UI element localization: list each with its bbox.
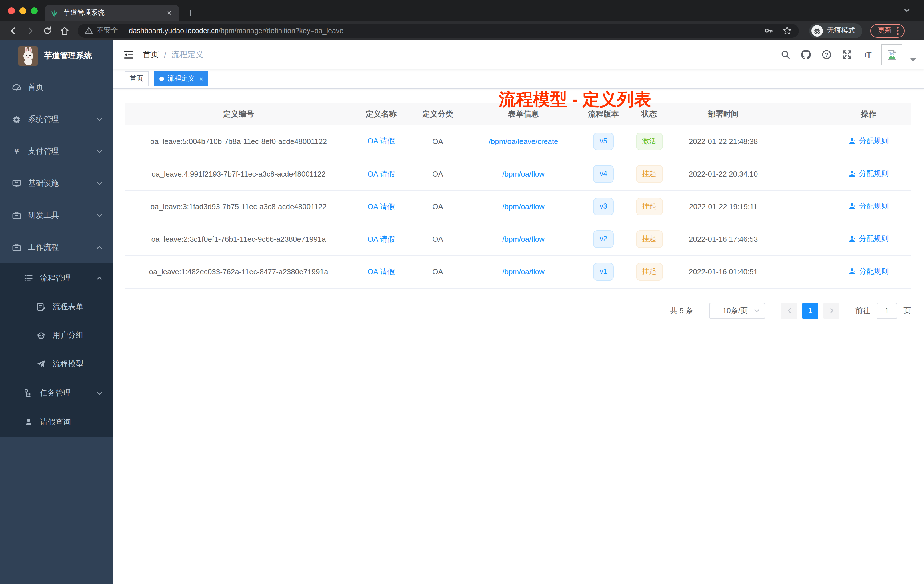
status-badge: 挂起 [636,263,663,280]
deploy-time-cell: 2022-01-16 01:40:51 [673,256,826,288]
table-row: oa_leave:2:3c1f0ef1-76b1-11ec-9c66-a2380… [125,223,911,256]
breadcrumb-home[interactable]: 首页 [143,49,159,60]
browser-toolbar: 不安全 dashboard.yudao.iocoder.cn /bpm/mana… [0,21,924,40]
navbar-actions: ? TT [778,44,924,65]
app-title: 芋道管理系统 [44,51,92,61]
address-bar[interactable]: 不安全 dashboard.yudao.iocoder.cn /bpm/mana… [78,24,799,38]
sidebar-item-11[interactable]: 任务管理 [0,378,113,407]
form-info-link[interactable]: /bpm/oa/flow [502,235,544,243]
prev-page-button[interactable] [781,303,797,318]
table-row: oa_leave:3:1fad3d93-7b75-11ec-a3c8-acde4… [125,190,911,223]
status-badge: 挂起 [636,165,663,183]
broken-image-icon [886,49,898,60]
tag-label: 流程定义 [167,74,195,83]
search-icon[interactable] [778,48,792,61]
sidebar-item-label: 请假查询 [40,417,113,427]
sidebar: 芋道管理系统 首页 系统管理¥ 支付管理 基础设施 研发工具 工作流程 流程管理… [0,40,113,584]
sidebar-item-2[interactable]: 系统管理 [0,104,113,135]
actions-cell: 分配规则 [826,256,911,288]
table-row: oa_leave:5:004b710b-7b8a-11ec-8ef0-acde4… [125,125,911,158]
definition-name-link[interactable]: OA 请假 [368,202,394,211]
fullscreen-icon[interactable] [840,48,854,61]
paper-plane-icon [36,360,46,369]
sidebar-item-7[interactable]: 流程管理 [0,264,113,292]
goto-page-input[interactable]: 1 [876,303,897,318]
tab-search-chevron-icon[interactable] [902,6,911,15]
definition-category-cell: OA [410,256,466,288]
home-icon[interactable] [57,23,72,38]
definition-name-link[interactable]: OA 请假 [368,234,394,243]
tag-1[interactable]: 首页 [125,71,148,86]
sidebar-logo[interactable]: 芋道管理系统 [0,40,113,71]
avatar[interactable] [881,44,902,65]
back-icon[interactable] [6,23,21,38]
update-label: 更新 [878,26,892,35]
chevron-down-icon [96,148,103,155]
svg-text:?: ? [825,52,828,58]
form-info-link[interactable]: /bpm/oa/flow [502,202,544,211]
definition-category-cell: OA [410,223,466,256]
sidebar-item-12[interactable]: 请假查询 [0,407,113,437]
new-tab-button[interactable]: + [187,7,194,18]
toolbox-icon [12,211,21,220]
not-secure-warning-icon [84,26,93,35]
main-area: 流程模型 - 定义列表 首页 / 流程定义 ? TT 首 [113,40,924,584]
tag-2[interactable]: 流程定义× [154,71,208,86]
reload-icon[interactable] [40,23,55,38]
definition-id-cell: oa_leave:5:004b710b-7b8a-11ec-8ef0-acde4… [125,125,353,158]
browser-menu-dots-icon[interactable] [897,26,899,35]
screen: 芋道管理系统 × + 不安全 dashboard.yudao.iocoder.c… [0,0,924,584]
sidebar-item-10[interactable]: 流程模型 [0,350,113,378]
page-size-select[interactable]: 10条/页 [709,303,765,318]
version-badge: v5 [594,133,614,150]
sidebar-item-1[interactable]: 首页 [0,71,113,104]
definition-name-link[interactable]: OA 请假 [368,267,394,276]
definition-name-link[interactable]: OA 请假 [368,137,394,145]
definition-id-cell: oa_leave:1:482ec033-762a-11ec-8477-a2380… [125,256,353,288]
form-info-link[interactable]: /bpm/oa/leave/create [489,137,558,146]
sidebar-item-4[interactable]: 基础设施 [0,167,113,200]
page-size-value: 10条/页 [716,305,754,316]
close-tag-icon[interactable]: × [200,75,203,82]
assign-rule-link[interactable]: 分配规则 [848,234,889,244]
definition-name-cell: OA 请假 [353,223,410,256]
assign-rule-link[interactable]: 分配规则 [848,168,889,179]
form-info-link[interactable]: /bpm/oa/flow [502,267,544,276]
help-icon[interactable]: ? [819,48,833,61]
browser-tab[interactable]: 芋道管理系统 × [45,5,180,21]
forward-icon[interactable] [23,23,38,38]
font-size-icon[interactable]: TT [861,48,874,61]
minimize-window-button[interactable] [20,7,26,14]
avatar-caret-down-icon[interactable] [910,58,916,62]
sidebar-item-5[interactable]: 研发工具 [0,200,113,231]
window-controls[interactable] [8,7,38,14]
monitor-icon [12,179,21,188]
column-header: 定义名称 [353,104,410,125]
sidebar-item-6[interactable]: 工作流程 [0,231,113,264]
github-icon[interactable] [799,48,813,61]
assign-rule-link[interactable]: 分配规则 [848,201,889,211]
assign-rule-link[interactable]: 分配规则 [848,266,889,277]
bookmark-star-icon[interactable] [782,26,792,35]
active-tag-dot [159,76,164,81]
definition-name-link[interactable]: OA 请假 [368,170,394,178]
version-badge: v2 [594,231,614,248]
person-icon [24,417,33,427]
form-info-link[interactable]: /bpm/oa/flow [502,170,544,178]
assign-rule-link[interactable]: 分配规则 [848,136,889,146]
collapse-sidebar-icon[interactable] [113,50,143,59]
password-key-icon[interactable] [764,26,773,35]
sidebar-item-label: 工作流程 [28,242,96,252]
next-page-button[interactable] [823,303,840,318]
close-tab-icon[interactable]: × [165,8,174,17]
browser-update-button[interactable]: 更新 [870,24,904,38]
sidebar-item-label: 系统管理 [28,114,96,125]
chevron-up-icon [96,275,103,281]
sidebar-item-8[interactable]: 流程表单 [0,292,113,321]
sidebar-item-3[interactable]: ¥ 支付管理 [0,135,113,167]
close-window-button[interactable] [8,7,15,14]
sidebar-item-9[interactable]: 用户分组 [0,321,113,350]
actions-cell: 分配规则 [826,125,911,158]
page-number-1[interactable]: 1 [802,303,818,318]
maximize-window-button[interactable] [31,7,38,14]
